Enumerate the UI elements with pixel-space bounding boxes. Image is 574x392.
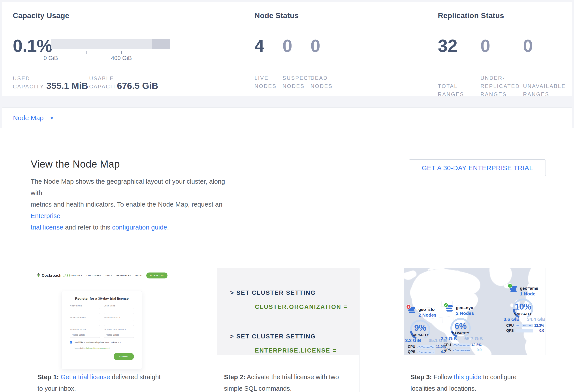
db-stack-icon: 1 (408, 307, 416, 315)
company-name-field (70, 320, 100, 326)
qps-label: QPS (408, 350, 417, 354)
capacity-gauge: 10% CAPACITY (512, 297, 534, 320)
configuration-guide-link[interactable]: configuration guide (112, 224, 167, 231)
gauge-capacity-label: CAPACITY (409, 333, 432, 337)
usable-capacity-label: USABLE CAPACITY (89, 74, 117, 91)
cluster-summary-panel: Capacity Usage 0.1% 0 GiB 400 Gi (2, 2, 572, 96)
gauge-percent: 10% (512, 302, 534, 312)
node-status-title: Node Status (254, 11, 438, 20)
cockroachdb-logo-icon (37, 273, 41, 278)
locality-node-count: 2 Nodes (456, 310, 474, 316)
replication-status-title: Replication Status (438, 11, 572, 20)
cpu-sparkline (515, 324, 533, 327)
section-divider (31, 254, 546, 254)
this-guide-link[interactable]: this guide (454, 373, 481, 381)
cpu-label: CPU (506, 324, 515, 328)
locality-name: geo=nyc (456, 305, 474, 310)
step-3-caption: Step 3: Follow this guide to configure l… (410, 371, 540, 392)
capacity-usage-title: Capacity Usage (13, 11, 254, 20)
live-nodes-label: LIVE NODES (254, 74, 283, 90)
used-capacity-label: USED CAPACITY (13, 74, 46, 91)
capacity-axis-labels: 0 GiB 400 GiB (51, 55, 170, 62)
axis-label-0: 0 GiB (43, 55, 58, 61)
capacity-usage-section: Capacity Usage 0.1% 0 GiB 400 Gi (13, 11, 254, 96)
nav-customers: CUSTOMERS (86, 275, 101, 277)
healthy-icon: ✓ (444, 303, 449, 308)
reason-label: REASON FOR INTEREST (104, 329, 134, 331)
capacity-bar: 0 GiB 400 GiB (51, 37, 170, 62)
form-title: Register for a 30-day trial license (70, 297, 134, 300)
healthy-icon: ✓ (508, 283, 512, 288)
get-enterprise-trial-button[interactable]: GET A 30-DAY ENTERPRISE TRIAL (409, 159, 546, 176)
last-name-label: LAST NAME (104, 305, 134, 307)
warning-count-badge: 1 (406, 304, 411, 309)
cpu-sparkline (417, 345, 435, 349)
total-ranges-count: 32 (438, 37, 480, 55)
project-phase-select: Please Select (70, 332, 100, 338)
last-name-field (104, 308, 134, 314)
get-trial-license-link[interactable]: Get a trial license (61, 373, 110, 381)
axis-label-400: 400 GiB (111, 55, 132, 61)
trial-license-form: Register for a 30-day trial license FIRS… (62, 291, 142, 369)
step-3-card: 1 geo=sfo 2 Nodes (404, 268, 546, 392)
dead-nodes-label: DEAD NODES (310, 74, 339, 90)
locality-name: geo=ams (520, 286, 538, 291)
company-email-field (104, 320, 134, 326)
node-map-enablement-section: View the Node Map The Node Map shows the… (0, 158, 574, 392)
trial-signup-screenshot: Cockroach LABS PRODUCT CUSTOMERS DOCS RE… (31, 268, 173, 368)
qps-label: QPS (444, 348, 453, 352)
under-replicated-ranges-count: 0 (480, 37, 523, 55)
enterprise-trial-license-link[interactable]: Enterprise (31, 212, 60, 219)
node-map-preview: 1 geo=sfo 2 Nodes (404, 268, 546, 355)
total-ranges-label: TOTAL RANGES (438, 82, 480, 98)
first-name-label: FIRST NAME (70, 305, 100, 307)
suspect-nodes-count: 0 (283, 37, 310, 55)
enterprise-trial-license-link-cont[interactable]: trial license (31, 224, 63, 231)
first-name-field (70, 308, 100, 314)
cpu-label: CPU (408, 345, 417, 349)
node-map-dropdown-label[interactable]: Node Map (13, 114, 43, 122)
used-capacity-metric: USED CAPACITY 355.1 MiB (13, 74, 86, 91)
locality-node-count: 1 Node (520, 291, 538, 297)
node-map-dropdown[interactable]: Node Map ▼ (2, 107, 572, 128)
qps-value: 0.0 (539, 329, 544, 333)
db-stack-icon: ✓ (510, 286, 517, 294)
db-stack-icon: ✓ (446, 305, 453, 313)
capacity-gauge: 9% CAPACITY (409, 318, 432, 341)
step-1-caption: Step 1: Get a trial license delivered st… (38, 371, 167, 392)
project-phase-label: PROJECT PHASE (70, 329, 100, 331)
download-pill: DOWNLOAD (146, 273, 167, 279)
nav-product: PRODUCT (71, 275, 82, 277)
suspect-nodes-label: SUSPECT NODES (283, 74, 310, 90)
map-node-ams: ✓ geo=ams 1 Node (504, 286, 546, 333)
qps-sparkline (515, 329, 533, 333)
submit-pill: SUBMIT (114, 353, 134, 360)
caret-down-icon: ▼ (50, 116, 54, 121)
cpu-label: CPU (444, 343, 453, 347)
dead-nodes-count: 0 (310, 37, 339, 55)
license-agreement-text: I agree to the Software License Agreemen… (74, 347, 110, 349)
sql-commands-panel: > SET CLUSTER SETTING CLUSTER.ORGANIZATI… (217, 268, 359, 355)
under-replicated-ranges-label: UNDER- REPLICATED RANGES (480, 74, 523, 98)
usable-capacity-value: 676.5 GiB (117, 81, 158, 91)
gauge-percent: 6% (449, 321, 472, 331)
map-node-nyc: ✓ geo=nyc 2 Nodes (441, 305, 483, 352)
cpu-value: 42.5% (472, 343, 482, 347)
cluster-summary-zone: Capacity Usage 0.1% 0 GiB 400 Gi (0, 0, 574, 128)
license-agreement-checkbox (70, 347, 72, 349)
software-license-agreement-link: Software License Agreement (85, 347, 109, 349)
page-title: View the Node Map (31, 158, 238, 170)
unavailable-ranges-count: 0 (523, 37, 566, 55)
step-2-card: > SET CLUSTER SETTING CLUSTER.ORGANIZATI… (217, 268, 360, 392)
qps-sparkline (417, 350, 435, 354)
site-nav: PRODUCT CUSTOMERS DOCS RESOURCES BLOG DO… (71, 273, 167, 279)
nav-resources: RESOURCES (117, 275, 131, 277)
step-1-card: Cockroach LABS PRODUCT CUSTOMERS DOCS RE… (31, 268, 173, 392)
gauge-percent: 9% (409, 323, 432, 333)
gauge-capacity-label: CAPACITY (512, 312, 534, 316)
capacity-bar-track (51, 39, 170, 49)
email-updates-checkbox: ✓ (70, 341, 72, 343)
unavailable-ranges-label: UNAVAILABLE RANGES (523, 82, 566, 98)
company-name-label: COMPANY NAME (70, 317, 100, 319)
sql-line-1: > SET CLUSTER SETTING (230, 289, 359, 297)
